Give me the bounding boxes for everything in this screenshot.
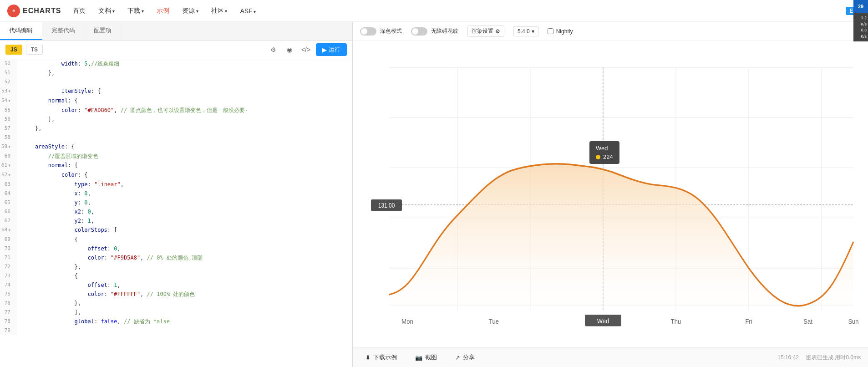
nav-community[interactable]: 社区 bbox=[210, 5, 228, 17]
chevron-down-icon: ▾ bbox=[532, 28, 534, 35]
camera-icon: 📷 bbox=[415, 354, 422, 361]
code-editor[interactable]: 50 width: 5,//线条粗细 51 }, 52 53 itemStyle… bbox=[0, 59, 352, 367]
table-row: 75 color: "#FFFFFF", // 100% 处的颜色 bbox=[0, 290, 352, 299]
table-row: 56 }, bbox=[0, 115, 352, 124]
table-row: 74 offset: 1, bbox=[0, 280, 352, 290]
time-label: 15:16:42 bbox=[777, 354, 799, 361]
barrier-label: 无障碍花纹 bbox=[431, 27, 458, 35]
table-row: 79 bbox=[0, 326, 352, 335]
run-button[interactable]: ▶ 运行 bbox=[316, 43, 347, 56]
svg-text:Sun: Sun bbox=[848, 317, 858, 325]
svg-text:Wed: Wed bbox=[597, 317, 609, 325]
ts-button[interactable]: TS bbox=[26, 45, 43, 55]
nav-home[interactable]: 首页 bbox=[72, 5, 86, 17]
chart-area[interactable]: Mon Tue Wed Wed Thu Fri Sat Sun 131.00 W… bbox=[353, 41, 868, 347]
bottom-bar: ⬇ 下载示例 📷 截图 ↗ 分享 15:16:42 图表已生成 用时0.0ms bbox=[353, 347, 868, 367]
nightly-checkbox[interactable]: Nightly bbox=[548, 28, 573, 35]
table-row: 58 bbox=[0, 133, 352, 142]
table-row: 76 }, bbox=[0, 299, 352, 308]
table-row: 78 global: false, // 缺省为 false bbox=[0, 317, 352, 326]
table-row: 71 color: "#F9D5A8", // 0% 处的颜色,顶部 bbox=[0, 253, 352, 262]
right-edge-panel: 29 1.2 K/s 0.3 K/s bbox=[853, 0, 868, 41]
download-icon: ⬇ bbox=[365, 354, 371, 361]
screenshot-btn[interactable]: 📷 截图 bbox=[410, 352, 442, 363]
settings-icon[interactable]: ⚙ bbox=[267, 43, 279, 56]
logo: e ECHARTS bbox=[7, 5, 61, 17]
svg-text:131.00: 131.00 bbox=[378, 202, 395, 209]
settings-bar: 深色模式 无障碍花纹 渲染设置 ⚙ 5.4.0 ▾ Nightly bbox=[353, 22, 868, 41]
editor-toolbar: JS TS ⚙ ◉ </> ▶ 运行 bbox=[0, 41, 352, 59]
version-badge: 29 bbox=[853, 0, 868, 13]
table-row: 70 offset: 0, bbox=[0, 244, 352, 253]
main-layout: 代码编辑 完整代码 配置项 JS TS ⚙ ◉ </> ▶ 运行 50 widt… bbox=[0, 22, 868, 367]
code-icon[interactable]: </> bbox=[299, 43, 312, 56]
svg-text:Thu: Thu bbox=[671, 317, 681, 325]
left-panel: 代码编辑 完整代码 配置项 JS TS ⚙ ◉ </> ▶ 运行 50 widt… bbox=[0, 22, 353, 367]
tab-code-edit[interactable]: 代码编辑 bbox=[0, 22, 42, 40]
run-icon: ▶ bbox=[322, 46, 327, 53]
version-select[interactable]: 5.4.0 ▾ bbox=[513, 26, 538, 36]
barrier-group: 无障碍花纹 bbox=[411, 27, 458, 36]
right-panel: 深色模式 无障碍花纹 渲染设置 ⚙ 5.4.0 ▾ Nightly bbox=[353, 22, 868, 367]
barrier-toggle[interactable] bbox=[411, 27, 427, 36]
table-row: 73 { bbox=[0, 271, 352, 280]
table-row: 65 y: 0, bbox=[0, 198, 352, 207]
table-row: 54 normal: { bbox=[0, 96, 352, 106]
dark-mode-toggle[interactable] bbox=[360, 27, 376, 36]
table-row: 66 x2: 0, bbox=[0, 207, 352, 216]
svg-text:Tue: Tue bbox=[489, 317, 499, 325]
table-row: 55 color: "#FAD860", // 圆点颜色，也可以设置渐变色，但是… bbox=[0, 106, 352, 115]
table-row: 68 colorStops: [ bbox=[0, 225, 352, 235]
table-row: 61 normal: { bbox=[0, 161, 352, 170]
svg-text:Sat: Sat bbox=[803, 317, 812, 325]
svg-text:Fri: Fri bbox=[745, 317, 752, 325]
table-row: 51 }, bbox=[0, 68, 352, 77]
table-row: 67 y2: 1, bbox=[0, 216, 352, 225]
tab-full-code[interactable]: 完整代码 bbox=[42, 22, 85, 40]
tab-config[interactable]: 配置项 bbox=[85, 22, 121, 40]
table-row: 63 type: "linear", bbox=[0, 180, 352, 189]
nightly-input[interactable] bbox=[548, 28, 553, 34]
3d-icon[interactable]: ◉ bbox=[283, 43, 296, 56]
table-row: 60 //覆盖区域的渐变色 bbox=[0, 152, 352, 161]
editor-tabs: 代码编辑 完整代码 配置项 bbox=[0, 22, 352, 41]
nav-resources[interactable]: 资源 bbox=[181, 5, 199, 17]
table-row: 62 color: { bbox=[0, 170, 352, 180]
share-icon: ↗ bbox=[455, 354, 460, 361]
table-row: 50 width: 5,//线条粗细 bbox=[0, 59, 352, 68]
logo-icon: e bbox=[7, 5, 20, 17]
dark-mode-label: 深色模式 bbox=[380, 27, 402, 35]
table-row: 72 }, bbox=[0, 262, 352, 271]
download-btn[interactable]: ⬇ 下载示例 bbox=[360, 352, 402, 363]
top-nav: e ECHARTS 首页 文档 下载 示例 资源 社区 ASF EN bbox=[0, 0, 868, 22]
render-time: 图表已生成 用时0.0ms bbox=[806, 354, 861, 362]
svg-text:Mon: Mon bbox=[401, 317, 413, 325]
js-button[interactable]: JS bbox=[5, 45, 22, 55]
table-row: 57 }, bbox=[0, 124, 352, 133]
nav-examples[interactable]: 示例 bbox=[156, 5, 170, 17]
nav-docs[interactable]: 文档 bbox=[97, 5, 116, 17]
render-settings-btn[interactable]: 渲染设置 ⚙ bbox=[467, 25, 504, 37]
nav-asf[interactable]: ASF bbox=[239, 5, 257, 16]
chart-svg: Mon Tue Wed Wed Thu Fri Sat Sun 131.00 bbox=[353, 41, 868, 347]
table-row: 64 x: 0, bbox=[0, 189, 352, 198]
share-btn[interactable]: ↗ 分享 bbox=[450, 352, 480, 363]
table-row: 59 areaStyle: { bbox=[0, 142, 352, 152]
dark-mode-group: 深色模式 bbox=[360, 27, 402, 36]
speed-badge: 1.2 K/s 0.3 K/s bbox=[853, 13, 868, 41]
nav-download[interactable]: 下载 bbox=[127, 5, 145, 17]
table-row: 69 { bbox=[0, 235, 352, 244]
table-row: 77 ], bbox=[0, 308, 352, 317]
gear-icon: ⚙ bbox=[495, 28, 500, 35]
table-row: 53 itemStyle: { bbox=[0, 87, 352, 96]
table-row: 52 bbox=[0, 77, 352, 87]
logo-text: ECHARTS bbox=[23, 7, 61, 15]
